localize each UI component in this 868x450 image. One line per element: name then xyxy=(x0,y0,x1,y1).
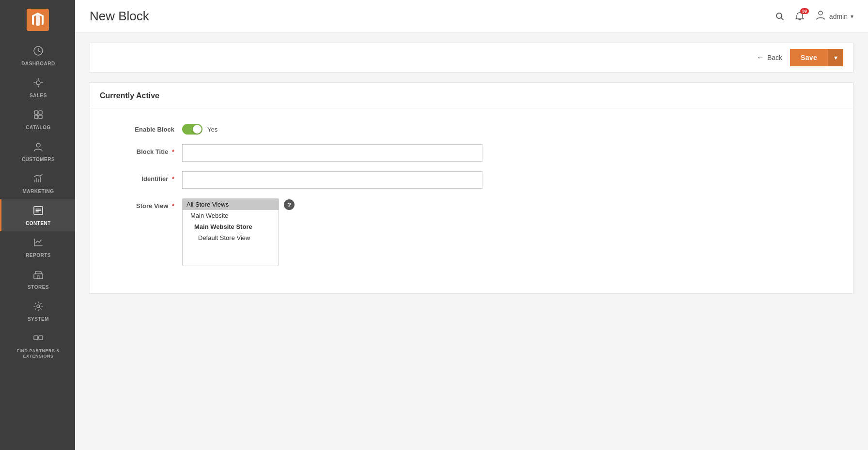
svg-point-2 xyxy=(36,81,40,85)
identifier-input[interactable] xyxy=(182,171,482,189)
marketing-icon xyxy=(33,173,44,186)
sidebar-item-label-sales: SALES xyxy=(30,93,47,99)
store-view-label: Store View * xyxy=(105,198,182,210)
content-area: ← Back Save ▾ Currently Active Enable Bl… xyxy=(75,33,868,450)
admin-user-label: admin xyxy=(829,13,848,20)
sidebar-item-label-find-partners: FIND PARTNERS & EXTENSIONS xyxy=(4,348,73,359)
store-view-control: All Store Views Main Website Main Websit… xyxy=(182,198,482,266)
header-actions: 39 admin ▾ xyxy=(775,9,853,24)
enable-block-toggle[interactable] xyxy=(182,124,202,135)
back-button[interactable]: ← Back xyxy=(757,53,782,62)
svg-point-14 xyxy=(776,13,782,18)
sidebar-item-catalog[interactable]: CATALOG xyxy=(0,104,75,135)
store-view-wrap: All Store Views Main Website Main Websit… xyxy=(182,198,482,266)
sidebar-item-label-system: SYSTEM xyxy=(28,316,49,322)
identifier-row: Identifier * xyxy=(105,171,838,189)
sidebar-item-reports[interactable]: REPORTS xyxy=(0,231,75,263)
action-bar: ← Back Save ▾ xyxy=(90,43,853,73)
svg-point-7 xyxy=(36,143,40,147)
save-button[interactable]: Save xyxy=(790,49,828,66)
toggle-wrap: Yes xyxy=(182,122,482,135)
page-title: New Block xyxy=(90,9,149,24)
partners-icon xyxy=(33,333,44,346)
save-button-group: Save ▾ xyxy=(790,49,843,66)
store-view-select[interactable]: All Store Views Main Website Main Websit… xyxy=(182,198,279,266)
store-view-row: Store View * All Store Views Main Websit… xyxy=(105,198,838,266)
identifier-label: Identifier * xyxy=(105,171,182,182)
block-title-row: Block Title * xyxy=(105,144,838,162)
customers-icon xyxy=(33,141,44,154)
svg-rect-12 xyxy=(34,336,38,340)
notification-button[interactable]: 39 xyxy=(794,11,805,22)
sidebar: DASHBOARD SALES CATALOG CUSTOMERS MARKET xyxy=(0,0,75,450)
main-area: New Block 39 xyxy=(75,0,868,450)
form-body: Enable Block Yes Block xyxy=(90,108,853,293)
sales-icon xyxy=(33,77,44,90)
store-view-required: * xyxy=(172,202,174,210)
svg-rect-3 xyxy=(34,111,38,114)
notification-badge: 39 xyxy=(800,8,809,14)
back-label: Back xyxy=(767,54,782,61)
catalog-icon xyxy=(33,109,44,122)
store-view-option-default-store-view[interactable]: Default Store View xyxy=(183,232,279,243)
admin-user-menu[interactable]: admin ▾ xyxy=(815,9,853,24)
block-title-control xyxy=(182,144,482,162)
content-icon xyxy=(33,205,44,218)
sidebar-item-label-stores: STORES xyxy=(28,285,49,290)
reports-icon xyxy=(33,237,44,250)
toggle-slider xyxy=(182,124,202,135)
block-title-input[interactable] xyxy=(182,144,482,162)
toggle-label-text: Yes xyxy=(207,126,217,133)
svg-rect-4 xyxy=(39,111,42,114)
svg-rect-5 xyxy=(34,115,38,119)
sidebar-item-label-marketing: MARKETING xyxy=(22,189,54,195)
sidebar-item-content[interactable]: CONTENT xyxy=(0,199,75,231)
save-dropdown-button[interactable]: ▾ xyxy=(828,49,843,66)
store-view-help-icon[interactable]: ? xyxy=(284,199,294,210)
sidebar-item-label-catalog: CATALOG xyxy=(26,125,50,131)
search-icon xyxy=(775,12,785,21)
admin-dropdown-arrow-icon: ▾ xyxy=(851,13,853,20)
sidebar-navigation: DASHBOARD SALES CATALOG CUSTOMERS MARKET xyxy=(0,40,75,364)
store-view-option-main-website-store[interactable]: Main Website Store xyxy=(183,221,279,232)
sidebar-item-label-reports: REPORTS xyxy=(26,253,51,258)
sidebar-item-find-partners[interactable]: FIND PARTNERS & EXTENSIONS xyxy=(0,327,75,364)
back-arrow-icon: ← xyxy=(757,53,764,62)
system-icon xyxy=(33,301,44,314)
sidebar-item-dashboard[interactable]: DASHBOARD xyxy=(0,40,75,72)
svg-rect-9 xyxy=(34,274,43,279)
svg-rect-10 xyxy=(37,276,39,279)
admin-avatar-icon xyxy=(815,9,826,24)
dashboard-icon xyxy=(33,45,44,59)
enable-block-control: Yes xyxy=(182,122,482,135)
sidebar-item-label-dashboard: DASHBOARD xyxy=(21,61,55,67)
section-title: Currently Active xyxy=(90,83,853,108)
block-title-label: Block Title * xyxy=(105,144,182,155)
search-button[interactable] xyxy=(775,12,785,21)
magento-logo-icon xyxy=(27,9,49,31)
enable-block-label: Enable Block xyxy=(105,122,182,133)
svg-point-15 xyxy=(819,11,822,15)
sidebar-item-system[interactable]: SYSTEM xyxy=(0,295,75,327)
store-view-option-all[interactable]: All Store Views xyxy=(183,199,279,210)
identifier-control xyxy=(182,171,482,189)
enable-block-row: Enable Block Yes xyxy=(105,122,838,135)
sidebar-item-label-content: CONTENT xyxy=(26,221,51,226)
sidebar-item-sales[interactable]: SALES xyxy=(0,72,75,104)
identifier-required: * xyxy=(172,175,174,182)
store-view-option-main-website[interactable]: Main Website xyxy=(183,210,279,221)
stores-icon xyxy=(33,269,44,282)
sidebar-logo xyxy=(0,0,75,40)
sidebar-item-customers[interactable]: CUSTOMERS xyxy=(0,135,75,167)
form-section: Currently Active Enable Block Yes xyxy=(90,82,853,294)
block-title-required: * xyxy=(172,148,174,155)
header: New Block 39 xyxy=(75,0,868,33)
svg-point-11 xyxy=(37,305,40,308)
sidebar-item-stores[interactable]: STORES xyxy=(0,263,75,295)
svg-rect-6 xyxy=(39,115,42,119)
svg-rect-13 xyxy=(39,336,43,340)
sidebar-item-label-customers: CUSTOMERS xyxy=(22,157,55,163)
sidebar-item-marketing[interactable]: MARKETING xyxy=(0,167,75,199)
